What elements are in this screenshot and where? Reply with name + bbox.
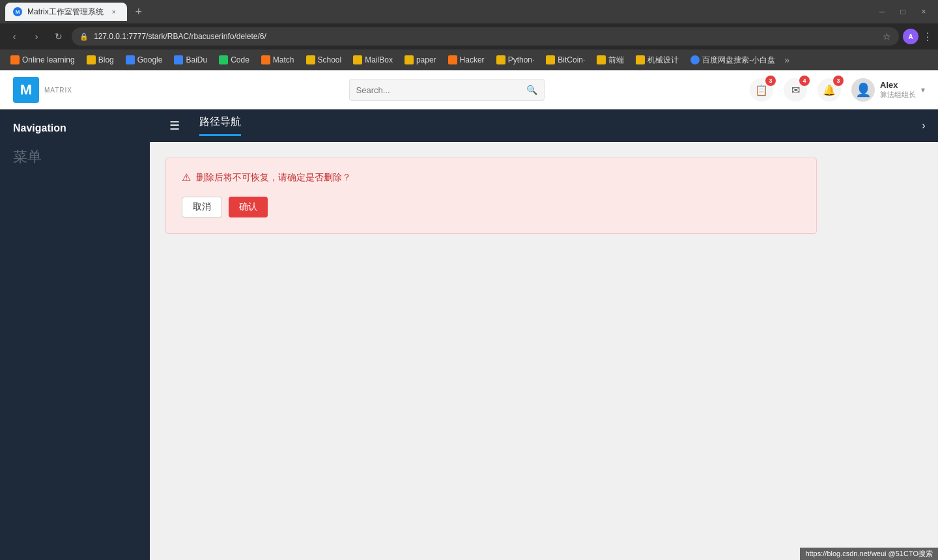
user-name: Alex: [880, 80, 916, 90]
alert-warning-icon: ⚠: [182, 171, 191, 184]
address-bar[interactable]: 🔒 127.0.0.1:7777/stark/RBAC/rbacuserinfo…: [72, 27, 899, 46]
bookmark-icon: [496, 55, 505, 64]
email-badge: 4: [799, 76, 810, 86]
bookmark-label: Match: [273, 55, 294, 64]
browser-tab[interactable]: M Matrix工作室管理系统 ×: [5, 3, 127, 21]
header-right: 📋 3 ✉ 4 🔔 3 👤 Alex 算法组组长 ▾: [750, 78, 925, 102]
bookmark-online-learning[interactable]: Online learning: [5, 53, 80, 67]
bookmark-icon: [126, 55, 135, 64]
tab-close-button[interactable]: ×: [109, 7, 119, 17]
alert-box: ⚠ 删除后将不可恢复，请确定是否删除？ 取消 确认: [165, 158, 817, 234]
alert-actions: 取消 确认: [182, 197, 801, 217]
new-tab-button[interactable]: +: [130, 3, 148, 21]
user-info: Alex 算法组组长: [880, 80, 916, 100]
bookmark-icon: [597, 55, 606, 64]
minimize-button[interactable]: ─: [873, 3, 891, 21]
bookmark-match[interactable]: Match: [256, 53, 300, 67]
bookmark-icon: [405, 55, 414, 64]
bookmark-mailbox[interactable]: MailBox: [348, 53, 398, 67]
bookmark-icon: [10, 55, 20, 64]
user-role: 算法组组长: [880, 90, 916, 100]
bookmark-label: MailBox: [365, 55, 393, 64]
bookmark-label: paper: [416, 55, 436, 64]
bookmark-label: 百度网盘搜索-小白盘: [702, 55, 775, 66]
bookmark-label: 前端: [608, 55, 624, 66]
user-area[interactable]: 👤 Alex 算法组组长 ▾: [851, 78, 925, 102]
menu-toggle-button[interactable]: ☰: [160, 109, 189, 142]
bookmark-label: 机械设计: [647, 55, 679, 66]
bookmark-label: Online learning: [22, 55, 75, 64]
confirm-button[interactable]: 确认: [229, 197, 268, 217]
browser-frame: M Matrix工作室管理系统 × + ─ □ × ‹ › ↻ 🔒 127.0.…: [0, 0, 938, 70]
main-layout: Navigation 菜单 ☰ 路径导航 › ⚠ 删除后将不可恢复，请确定是否删…: [0, 109, 938, 560]
reload-button[interactable]: ↻: [50, 27, 68, 46]
bookmark-icon: [174, 55, 183, 64]
bookmark-bitcoin[interactable]: BitCoin·: [541, 53, 590, 67]
browser-titlebar: M Matrix工作室管理系统 × + ─ □ ×: [0, 0, 938, 23]
bookmark-hacker[interactable]: Hacker: [443, 53, 490, 67]
message-icon-wrapper: 📋 3: [750, 78, 773, 102]
bookmark-label: Blog: [98, 55, 114, 64]
bookmark-baidu[interactable]: BaiDu: [169, 53, 212, 67]
bookmark-label: Code: [231, 55, 249, 64]
bookmark-icon: [636, 55, 645, 64]
window-controls: ─ □ ×: [873, 3, 933, 21]
sidebar: Navigation 菜单: [0, 109, 150, 560]
bookmark-jixie[interactable]: 机械设计: [631, 52, 684, 68]
back-button[interactable]: ‹: [5, 27, 23, 46]
sidebar-collapse-button[interactable]: ›: [909, 109, 938, 142]
page-content: ⚠ 删除后将不可恢复，请确定是否删除？ 取消 确认: [150, 142, 938, 560]
bookmark-icon: [306, 55, 315, 64]
user-menu-chevron-icon: ▾: [921, 85, 925, 94]
maximize-button[interactable]: □: [894, 3, 912, 21]
search-box[interactable]: 🔍: [349, 79, 545, 101]
app-header: M MATRIX 🔍 📋 3 ✉ 4 🔔 3 👤: [0, 70, 938, 109]
bookmark-icon: [261, 55, 270, 64]
sidebar-navigation-label: Navigation: [0, 109, 150, 141]
bookmark-icon: [690, 55, 700, 64]
logo-icon: M: [13, 77, 39, 103]
bookmark-label: BitCoin·: [558, 55, 585, 64]
bookmark-label: Google: [137, 55, 163, 64]
bookmark-google[interactable]: Google: [121, 53, 168, 67]
bookmark-label: School: [318, 55, 342, 64]
profile-button[interactable]: A: [903, 29, 918, 44]
bookmark-paper[interactable]: paper: [399, 53, 442, 67]
logo-area: M MATRIX: [13, 77, 143, 103]
search-input[interactable]: [356, 85, 521, 95]
breadcrumb-area: 路径导航: [189, 115, 909, 136]
bookmark-label: Hacker: [460, 55, 485, 64]
tab-title: Matrix工作室管理系统: [27, 7, 104, 18]
logo-text: MATRIX: [44, 87, 72, 94]
breadcrumb: 路径导航: [199, 115, 241, 136]
url-text: 127.0.0.1:7777/stark/RBAC/rbacuserinfo/d…: [94, 32, 877, 41]
bookmark-icon: [219, 55, 228, 64]
bookmark-blog[interactable]: Blog: [81, 53, 119, 67]
sidebar-menu-label: 菜单: [0, 141, 150, 173]
alert-message: ⚠ 删除后将不可恢复，请确定是否删除？: [182, 171, 801, 184]
bookmark-icon: [448, 55, 457, 64]
bookmark-icon: [546, 55, 555, 64]
bell-icon-wrapper: 🔔 3: [817, 78, 841, 102]
bookmark-qianduan[interactable]: 前端: [591, 52, 629, 68]
bell-badge: 3: [833, 76, 844, 86]
bookmark-label: Python·: [508, 55, 535, 64]
close-window-button[interactable]: ×: [915, 3, 933, 21]
bookmark-icon: [353, 55, 362, 64]
bookmark-school[interactable]: School: [301, 53, 347, 67]
bookmark-python[interactable]: Python·: [491, 53, 540, 67]
browser-more-button[interactable]: ⋮: [922, 31, 933, 43]
more-bookmarks-button[interactable]: »: [784, 55, 789, 65]
cancel-button[interactable]: 取消: [182, 197, 222, 217]
forward-button[interactable]: ›: [27, 27, 46, 46]
bookmark-icon: [87, 55, 96, 64]
message-badge: 3: [765, 76, 776, 86]
app-wrapper: M MATRIX 🔍 📋 3 ✉ 4 🔔 3 👤: [0, 70, 938, 560]
bookmark-baidu-pan[interactable]: 百度网盘搜索-小白盘: [685, 52, 780, 68]
bookmark-code[interactable]: Code: [214, 53, 255, 67]
bookmark-star-icon[interactable]: ☆: [883, 31, 891, 42]
bookmark-label: BaiDu: [186, 55, 207, 64]
alert-text: 删除后将不可恢复，请确定是否删除？: [196, 172, 351, 184]
bottom-hint: https://blog.csdn.net/weui @51CTO搜索: [800, 548, 938, 560]
page-header-bar: ☰ 路径导航 ›: [150, 109, 938, 142]
